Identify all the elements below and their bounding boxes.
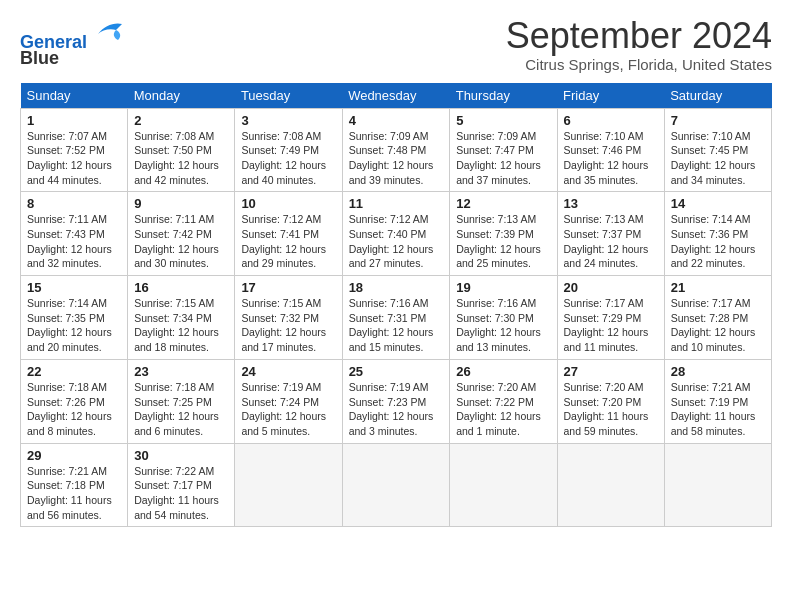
day-info: Sunrise: 7:17 AMSunset: 7:28 PMDaylight:… bbox=[671, 296, 765, 355]
day-info: Sunrise: 7:15 AMSunset: 7:34 PMDaylight:… bbox=[134, 296, 228, 355]
calendar-cell bbox=[235, 443, 342, 527]
day-number: 28 bbox=[671, 364, 765, 379]
calendar-cell: 13Sunrise: 7:13 AMSunset: 7:37 PMDayligh… bbox=[557, 192, 664, 276]
day-number: 1 bbox=[27, 113, 121, 128]
logo: General Blue bbox=[20, 20, 124, 69]
calendar-header-sunday: Sunday bbox=[21, 83, 128, 109]
calendar-header-tuesday: Tuesday bbox=[235, 83, 342, 109]
day-number: 29 bbox=[27, 448, 121, 463]
day-info: Sunrise: 7:11 AMSunset: 7:43 PMDaylight:… bbox=[27, 212, 121, 271]
calendar-cell: 15Sunrise: 7:14 AMSunset: 7:35 PMDayligh… bbox=[21, 276, 128, 360]
day-number: 11 bbox=[349, 196, 444, 211]
calendar-week-1: 1Sunrise: 7:07 AMSunset: 7:52 PMDaylight… bbox=[21, 108, 772, 192]
day-number: 5 bbox=[456, 113, 550, 128]
day-number: 4 bbox=[349, 113, 444, 128]
day-info: Sunrise: 7:08 AMSunset: 7:49 PMDaylight:… bbox=[241, 129, 335, 188]
day-info: Sunrise: 7:08 AMSunset: 7:50 PMDaylight:… bbox=[134, 129, 228, 188]
calendar-header-saturday: Saturday bbox=[664, 83, 771, 109]
day-number: 18 bbox=[349, 280, 444, 295]
day-info: Sunrise: 7:16 AMSunset: 7:31 PMDaylight:… bbox=[349, 296, 444, 355]
calendar-week-2: 8Sunrise: 7:11 AMSunset: 7:43 PMDaylight… bbox=[21, 192, 772, 276]
subtitle: Citrus Springs, Florida, United States bbox=[506, 56, 772, 73]
day-info: Sunrise: 7:17 AMSunset: 7:29 PMDaylight:… bbox=[564, 296, 658, 355]
day-info: Sunrise: 7:15 AMSunset: 7:32 PMDaylight:… bbox=[241, 296, 335, 355]
logo-bird-icon bbox=[94, 20, 124, 48]
day-info: Sunrise: 7:14 AMSunset: 7:35 PMDaylight:… bbox=[27, 296, 121, 355]
day-info: Sunrise: 7:07 AMSunset: 7:52 PMDaylight:… bbox=[27, 129, 121, 188]
day-number: 15 bbox=[27, 280, 121, 295]
calendar-cell: 30Sunrise: 7:22 AMSunset: 7:17 PMDayligh… bbox=[128, 443, 235, 527]
calendar-cell: 3Sunrise: 7:08 AMSunset: 7:49 PMDaylight… bbox=[235, 108, 342, 192]
day-info: Sunrise: 7:14 AMSunset: 7:36 PMDaylight:… bbox=[671, 212, 765, 271]
day-info: Sunrise: 7:09 AMSunset: 7:48 PMDaylight:… bbox=[349, 129, 444, 188]
calendar-cell: 17Sunrise: 7:15 AMSunset: 7:32 PMDayligh… bbox=[235, 276, 342, 360]
calendar-cell: 7Sunrise: 7:10 AMSunset: 7:45 PMDaylight… bbox=[664, 108, 771, 192]
day-number: 16 bbox=[134, 280, 228, 295]
day-number: 7 bbox=[671, 113, 765, 128]
day-info: Sunrise: 7:18 AMSunset: 7:26 PMDaylight:… bbox=[27, 380, 121, 439]
day-number: 14 bbox=[671, 196, 765, 211]
day-number: 10 bbox=[241, 196, 335, 211]
calendar-cell: 8Sunrise: 7:11 AMSunset: 7:43 PMDaylight… bbox=[21, 192, 128, 276]
day-info: Sunrise: 7:11 AMSunset: 7:42 PMDaylight:… bbox=[134, 212, 228, 271]
calendar-table: SundayMondayTuesdayWednesdayThursdayFrid… bbox=[20, 83, 772, 528]
day-info: Sunrise: 7:18 AMSunset: 7:25 PMDaylight:… bbox=[134, 380, 228, 439]
day-number: 24 bbox=[241, 364, 335, 379]
title-section: September 2024 Citrus Springs, Florida, … bbox=[506, 16, 772, 73]
day-info: Sunrise: 7:20 AMSunset: 7:20 PMDaylight:… bbox=[564, 380, 658, 439]
day-info: Sunrise: 7:20 AMSunset: 7:22 PMDaylight:… bbox=[456, 380, 550, 439]
day-number: 13 bbox=[564, 196, 658, 211]
day-number: 2 bbox=[134, 113, 228, 128]
calendar-cell: 18Sunrise: 7:16 AMSunset: 7:31 PMDayligh… bbox=[342, 276, 450, 360]
calendar-cell: 26Sunrise: 7:20 AMSunset: 7:22 PMDayligh… bbox=[450, 359, 557, 443]
calendar-cell: 27Sunrise: 7:20 AMSunset: 7:20 PMDayligh… bbox=[557, 359, 664, 443]
day-number: 6 bbox=[564, 113, 658, 128]
day-info: Sunrise: 7:10 AMSunset: 7:46 PMDaylight:… bbox=[564, 129, 658, 188]
calendar-cell: 9Sunrise: 7:11 AMSunset: 7:42 PMDaylight… bbox=[128, 192, 235, 276]
day-info: Sunrise: 7:22 AMSunset: 7:17 PMDaylight:… bbox=[134, 464, 228, 523]
day-number: 26 bbox=[456, 364, 550, 379]
day-info: Sunrise: 7:10 AMSunset: 7:45 PMDaylight:… bbox=[671, 129, 765, 188]
page-container: General Blue September 2024 Citrus Sprin… bbox=[0, 0, 792, 537]
calendar-cell: 11Sunrise: 7:12 AMSunset: 7:40 PMDayligh… bbox=[342, 192, 450, 276]
day-number: 12 bbox=[456, 196, 550, 211]
calendar-cell bbox=[342, 443, 450, 527]
day-number: 20 bbox=[564, 280, 658, 295]
calendar-cell: 20Sunrise: 7:17 AMSunset: 7:29 PMDayligh… bbox=[557, 276, 664, 360]
day-info: Sunrise: 7:21 AMSunset: 7:19 PMDaylight:… bbox=[671, 380, 765, 439]
day-number: 27 bbox=[564, 364, 658, 379]
day-info: Sunrise: 7:13 AMSunset: 7:39 PMDaylight:… bbox=[456, 212, 550, 271]
day-info: Sunrise: 7:12 AMSunset: 7:41 PMDaylight:… bbox=[241, 212, 335, 271]
day-info: Sunrise: 7:16 AMSunset: 7:30 PMDaylight:… bbox=[456, 296, 550, 355]
calendar-cell: 28Sunrise: 7:21 AMSunset: 7:19 PMDayligh… bbox=[664, 359, 771, 443]
day-number: 30 bbox=[134, 448, 228, 463]
calendar-cell: 23Sunrise: 7:18 AMSunset: 7:25 PMDayligh… bbox=[128, 359, 235, 443]
day-info: Sunrise: 7:12 AMSunset: 7:40 PMDaylight:… bbox=[349, 212, 444, 271]
calendar-cell: 1Sunrise: 7:07 AMSunset: 7:52 PMDaylight… bbox=[21, 108, 128, 192]
calendar-header-row: SundayMondayTuesdayWednesdayThursdayFrid… bbox=[21, 83, 772, 109]
calendar-cell: 25Sunrise: 7:19 AMSunset: 7:23 PMDayligh… bbox=[342, 359, 450, 443]
calendar-header-thursday: Thursday bbox=[450, 83, 557, 109]
month-title: September 2024 bbox=[506, 16, 772, 56]
day-number: 9 bbox=[134, 196, 228, 211]
day-number: 22 bbox=[27, 364, 121, 379]
calendar-cell: 21Sunrise: 7:17 AMSunset: 7:28 PMDayligh… bbox=[664, 276, 771, 360]
calendar-cell: 22Sunrise: 7:18 AMSunset: 7:26 PMDayligh… bbox=[21, 359, 128, 443]
calendar-week-4: 22Sunrise: 7:18 AMSunset: 7:26 PMDayligh… bbox=[21, 359, 772, 443]
calendar-cell: 2Sunrise: 7:08 AMSunset: 7:50 PMDaylight… bbox=[128, 108, 235, 192]
calendar-week-3: 15Sunrise: 7:14 AMSunset: 7:35 PMDayligh… bbox=[21, 276, 772, 360]
calendar-cell: 29Sunrise: 7:21 AMSunset: 7:18 PMDayligh… bbox=[21, 443, 128, 527]
calendar-cell: 14Sunrise: 7:14 AMSunset: 7:36 PMDayligh… bbox=[664, 192, 771, 276]
day-number: 19 bbox=[456, 280, 550, 295]
calendar-cell: 10Sunrise: 7:12 AMSunset: 7:41 PMDayligh… bbox=[235, 192, 342, 276]
day-number: 8 bbox=[27, 196, 121, 211]
calendar-cell: 24Sunrise: 7:19 AMSunset: 7:24 PMDayligh… bbox=[235, 359, 342, 443]
calendar-week-5: 29Sunrise: 7:21 AMSunset: 7:18 PMDayligh… bbox=[21, 443, 772, 527]
day-number: 25 bbox=[349, 364, 444, 379]
day-info: Sunrise: 7:19 AMSunset: 7:23 PMDaylight:… bbox=[349, 380, 444, 439]
calendar-cell bbox=[450, 443, 557, 527]
calendar-cell: 6Sunrise: 7:10 AMSunset: 7:46 PMDaylight… bbox=[557, 108, 664, 192]
day-info: Sunrise: 7:19 AMSunset: 7:24 PMDaylight:… bbox=[241, 380, 335, 439]
day-number: 3 bbox=[241, 113, 335, 128]
day-info: Sunrise: 7:13 AMSunset: 7:37 PMDaylight:… bbox=[564, 212, 658, 271]
